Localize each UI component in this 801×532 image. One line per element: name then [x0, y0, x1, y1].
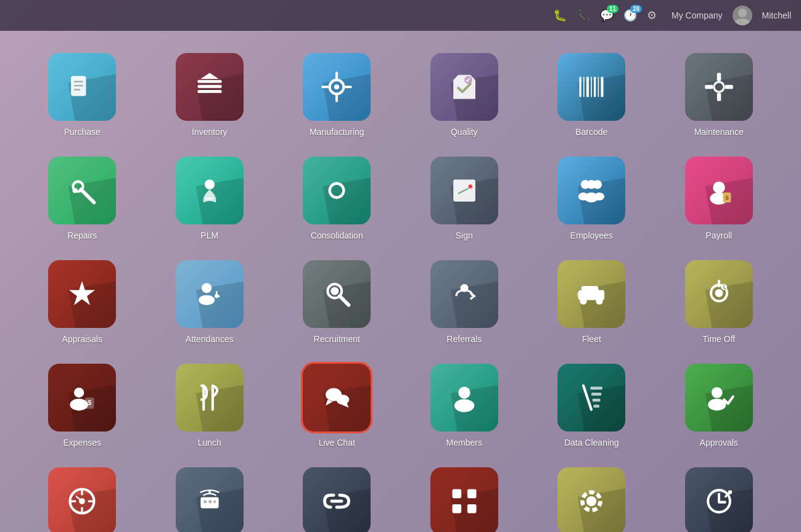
settings-icon[interactable]: ⚙ — [647, 9, 657, 22]
app-icon-iot — [176, 467, 244, 532]
svg-line-56 — [340, 296, 349, 305]
svg-point-44 — [585, 192, 599, 202]
app-item-recruitment[interactable]: Recruitment — [273, 250, 401, 354]
svg-point-1 — [735, 18, 750, 25]
svg-point-70 — [74, 388, 84, 398]
svg-line-30 — [81, 189, 94, 202]
svg-rect-99 — [213, 500, 215, 503]
app-icon-manufacturing — [303, 53, 371, 121]
svg-rect-19 — [586, 77, 589, 97]
app-item-appraisals[interactable]: Appraisals — [18, 250, 146, 354]
app-item-barcode[interactable]: Barcode — [528, 43, 655, 147]
svg-point-62 — [596, 298, 603, 305]
app-icon-referrals — [430, 260, 498, 328]
app-icon-inventory — [176, 53, 244, 121]
svg-rect-20 — [591, 77, 592, 97]
app-label-repairs: Repairs — [67, 231, 97, 240]
svg-text:$: $ — [88, 399, 92, 406]
svg-rect-18 — [583, 77, 585, 97]
svg-rect-6 — [197, 85, 221, 88]
app-label-lunch: Lunch — [198, 438, 221, 448]
app-item-quality[interactable]: Quality — [401, 43, 528, 147]
svg-rect-27 — [725, 85, 733, 89]
app-icon-purchase — [48, 53, 116, 121]
app-grid: PurchaseInventoryManufacturingQualityBar… — [0, 31, 801, 532]
app-item-tests[interactable]: Tests — [655, 457, 783, 532]
chat-badge: 11 — [607, 5, 618, 13]
app-item-iot[interactable]: IoT — [146, 457, 274, 532]
app-icon-datacleaning — [557, 364, 625, 432]
svg-rect-23 — [601, 77, 604, 97]
app-item-settings[interactable]: Settings — [528, 457, 655, 532]
chat-icon[interactable]: 💬 11 — [600, 9, 614, 22]
app-item-apps[interactable]: Apps — [401, 457, 528, 532]
topbar: 🐛 📞 💬 11 🕐 28 ⚙ My Company Mitchell — [0, 0, 801, 31]
app-icon-lunch — [176, 364, 244, 432]
app-icon-linktracker — [303, 467, 371, 532]
svg-point-38 — [468, 184, 472, 189]
svg-rect-7 — [197, 90, 221, 93]
app-item-dashboards[interactable]: Dashboards — [18, 457, 146, 532]
app-icon-dashboards — [48, 467, 116, 532]
svg-line-81 — [583, 386, 591, 410]
svg-rect-85 — [594, 404, 600, 407]
svg-marker-49 — [69, 281, 95, 305]
svg-point-61 — [580, 298, 587, 305]
app-item-plm[interactable]: PLM — [146, 147, 274, 250]
app-item-inventory[interactable]: Inventory — [146, 43, 274, 147]
app-label-attendances: Attendances — [186, 334, 234, 344]
app-item-members[interactable]: Members — [401, 354, 528, 457]
app-item-purchase[interactable]: Purchase — [18, 43, 146, 147]
app-item-attendances[interactable]: Attendances — [146, 250, 274, 354]
svg-rect-98 — [208, 500, 212, 503]
app-item-lunch[interactable]: Lunch — [146, 354, 274, 457]
svg-point-64 — [715, 289, 723, 297]
svg-point-78 — [336, 395, 349, 404]
app-item-linktracker[interactable]: Link Tracker — [273, 457, 401, 532]
app-icon-apps — [430, 467, 498, 532]
app-label-payroll: Payroll — [705, 231, 732, 240]
svg-rect-97 — [203, 500, 207, 503]
app-label-purchase: Purchase — [64, 127, 101, 137]
app-item-expenses[interactable]: $Expenses — [18, 354, 146, 457]
app-label-manufacturing: Manufacturing — [310, 127, 364, 137]
app-icon-settings — [557, 467, 625, 532]
app-item-payroll[interactable]: $Payroll — [655, 147, 783, 250]
svg-rect-104 — [467, 504, 477, 514]
app-icon-tests — [685, 467, 753, 532]
app-item-consolidation[interactable]: Consolidation — [273, 147, 401, 250]
svg-rect-21 — [594, 77, 596, 97]
svg-rect-101 — [452, 489, 461, 499]
svg-rect-84 — [593, 399, 601, 402]
app-item-timeoff[interactable]: Time Off — [655, 250, 783, 354]
app-icon-plm — [176, 157, 244, 224]
avatar[interactable] — [733, 6, 752, 25]
bug-icon[interactable]: 🐛 — [553, 9, 567, 22]
app-item-manufacturing[interactable]: Manufacturing — [273, 43, 401, 147]
svg-point-11 — [334, 84, 339, 89]
app-icon-attendances — [176, 260, 244, 328]
svg-rect-8 — [197, 80, 221, 83]
app-icon-fleet — [557, 260, 625, 328]
app-item-livechat[interactable]: Live Chat — [273, 354, 401, 457]
app-item-sign[interactable]: Sign — [401, 147, 528, 250]
svg-marker-9 — [200, 73, 218, 79]
svg-point-41 — [587, 180, 596, 189]
app-icon-employees — [557, 157, 625, 224]
svg-point-86 — [712, 387, 723, 398]
app-item-datacleaning[interactable]: Data Cleaning — [528, 354, 655, 457]
app-item-approvals[interactable]: Approvals — [655, 354, 783, 457]
app-item-employees[interactable]: Employees — [528, 147, 655, 250]
app-item-fleet[interactable]: Fleet — [528, 250, 655, 354]
app-icon-barcode — [557, 53, 625, 121]
clock-icon[interactable]: 🕐 28 — [623, 9, 637, 22]
app-item-referrals[interactable]: Referrals — [401, 250, 528, 354]
phone-icon[interactable]: 📞 — [577, 9, 590, 22]
app-item-maintenance[interactable]: Maintenance — [655, 43, 783, 147]
app-label-maintenance: Maintenance — [694, 127, 744, 137]
app-item-repairs[interactable]: Repairs — [18, 147, 146, 250]
app-icon-consolidation — [303, 157, 371, 224]
svg-point-79 — [458, 387, 470, 399]
svg-point-109 — [728, 490, 732, 494]
username: Mitchell — [762, 10, 791, 20]
